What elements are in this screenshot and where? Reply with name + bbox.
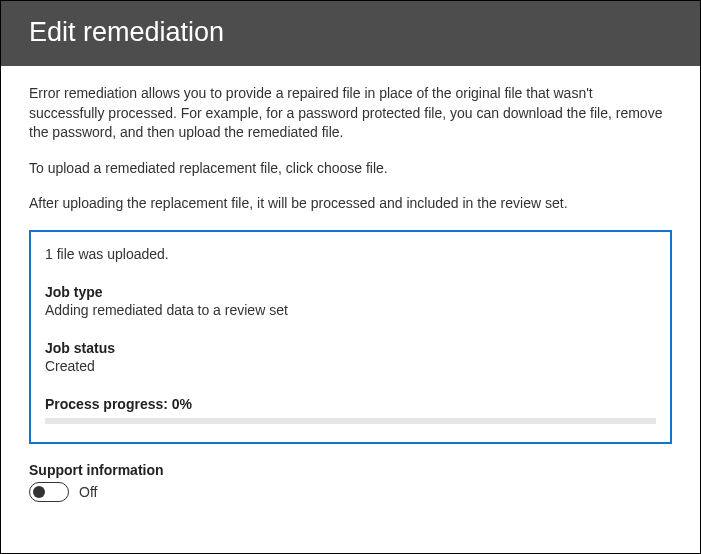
progress-bar bbox=[45, 418, 656, 424]
job-type-group: Job type Adding remediated data to a rev… bbox=[45, 284, 656, 318]
job-type-value: Adding remediated data to a review set bbox=[45, 302, 656, 318]
upload-message: 1 file was uploaded. bbox=[45, 246, 656, 262]
support-section: Support information Off bbox=[29, 462, 672, 502]
support-toggle[interactable] bbox=[29, 482, 69, 502]
intro-paragraph-2: To upload a remediated replacement file,… bbox=[29, 159, 672, 179]
panel-content: Error remediation allows you to provide … bbox=[1, 66, 700, 512]
job-type-label: Job type bbox=[45, 284, 656, 300]
upload-status-box: 1 file was uploaded. Job type Adding rem… bbox=[29, 230, 672, 444]
intro-paragraph-3: After uploading the replacement file, it… bbox=[29, 194, 672, 214]
support-label: Support information bbox=[29, 462, 672, 478]
job-status-value: Created bbox=[45, 358, 656, 374]
progress-group: Process progress: 0% bbox=[45, 396, 656, 424]
progress-label: Process progress: 0% bbox=[45, 396, 656, 412]
job-status-group: Job status Created bbox=[45, 340, 656, 374]
support-toggle-state: Off bbox=[79, 484, 97, 500]
support-toggle-row: Off bbox=[29, 482, 672, 502]
edit-remediation-panel: Edit remediation Error remediation allow… bbox=[0, 0, 701, 554]
panel-header: Edit remediation bbox=[1, 1, 700, 66]
job-status-label: Job status bbox=[45, 340, 656, 356]
intro-paragraph-1: Error remediation allows you to provide … bbox=[29, 84, 672, 143]
page-title: Edit remediation bbox=[29, 17, 672, 48]
toggle-knob bbox=[33, 486, 45, 498]
